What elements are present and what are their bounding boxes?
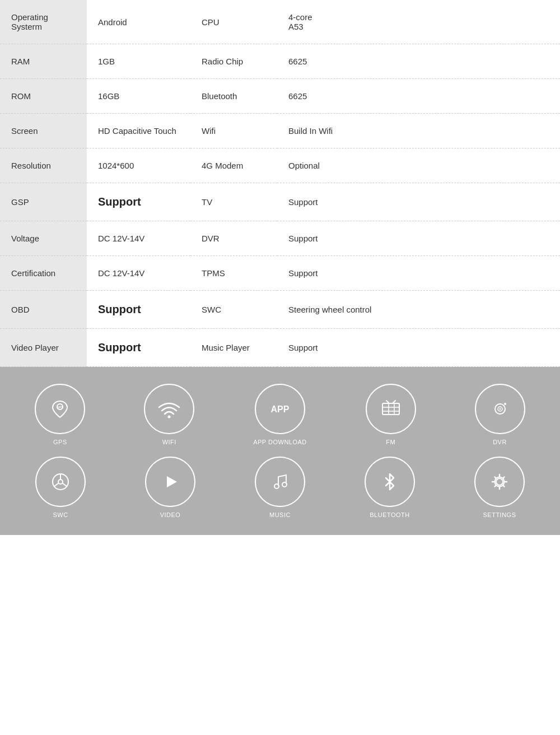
- svg-point-2: [168, 416, 171, 418]
- icon-item-dvr: DVR: [475, 384, 525, 445]
- svg-point-16: [58, 480, 63, 484]
- bluetooth-icon-circle: [365, 457, 415, 507]
- spec-right-value-2: 6625: [277, 79, 560, 114]
- spec-left-value-2: 16GB: [87, 79, 190, 114]
- play-icon-circle: [145, 457, 195, 507]
- spec-right-label-7: TPMS: [190, 256, 277, 291]
- settings-label: SETTINGS: [483, 511, 516, 518]
- spec-left-value-4: 1024*600: [87, 148, 190, 183]
- spec-left-value-3: HD Capacitive Touch: [87, 114, 190, 148]
- spec-left-value-9: Support: [87, 329, 190, 367]
- spec-right-label-6: DVR: [190, 221, 277, 256]
- spec-right-label-8: SWC: [190, 291, 277, 329]
- spec-right-label-5: TV: [190, 183, 277, 221]
- icon-item-settings: SETTINGS: [474, 457, 525, 518]
- spec-right-value-9: Support: [277, 329, 560, 367]
- spec-left-value-7: DC 12V-14V: [87, 256, 190, 291]
- gps-label: GPS: [53, 439, 67, 445]
- spec-right-label-1: Radio Chip: [190, 44, 277, 79]
- spec-left-label-4: Resolution: [0, 148, 87, 183]
- icon-row-1: GPS GPS WIFI APP A: [6, 384, 554, 445]
- fm-label: FM: [386, 439, 395, 445]
- svg-line-19: [63, 483, 67, 487]
- spec-right-value-0: 4-core A53: [277, 0, 560, 44]
- spec-left-value-6: DC 12V-14V: [87, 221, 190, 256]
- spec-left-label-9: Video Player: [0, 329, 87, 367]
- spec-right-value-6: Support: [277, 221, 560, 256]
- specs-table: Operating SystermAndroidCPU4-core A53RAM…: [0, 0, 560, 367]
- music-label: MUSIC: [269, 511, 291, 518]
- svg-point-21: [274, 484, 279, 489]
- dvr-label: DVR: [493, 439, 507, 445]
- spec-left-label-2: ROM: [0, 79, 87, 114]
- app-icon-circle: APP: [255, 384, 305, 434]
- spec-right-label-2: Bluetooth: [190, 79, 277, 114]
- gps-icon-circle: GPS: [35, 384, 85, 434]
- spec-right-value-8: Steering wheel control: [277, 291, 560, 329]
- spec-right-label-4: 4G Modem: [190, 148, 277, 183]
- svg-text:APP: APP: [271, 404, 290, 414]
- spec-left-value-0: Android: [87, 0, 190, 44]
- spec-right-label-3: Wifi: [190, 114, 277, 148]
- spec-left-label-3: Screen: [0, 114, 87, 148]
- svg-point-23: [496, 478, 503, 485]
- svg-point-22: [282, 482, 287, 487]
- spec-left-value-8: Support: [87, 291, 190, 329]
- svg-line-18: [54, 483, 59, 487]
- wifi-label: WIFI: [162, 439, 176, 445]
- spec-left-value-1: 1GB: [87, 44, 190, 79]
- spec-left-label-5: GSP: [0, 183, 87, 221]
- icon-item-play: VIDEO: [145, 457, 195, 518]
- icon-item-wifi: WIFI: [144, 384, 194, 445]
- music-icon-circle: [255, 457, 305, 507]
- svg-text:GPS: GPS: [57, 406, 64, 409]
- spec-left-value-5: Support: [87, 183, 190, 221]
- svg-marker-20: [167, 476, 177, 487]
- spec-left-label-1: RAM: [0, 44, 87, 79]
- app-label: APP DOWNLOAD: [253, 439, 307, 445]
- icon-row-2: SWC VIDEO MUSIC: [6, 457, 554, 518]
- spec-right-value-1: 6625: [277, 44, 560, 79]
- spec-right-value-4: Optional: [277, 148, 560, 183]
- play-label: VIDEO: [160, 511, 181, 518]
- spec-left-label-8: OBD: [0, 291, 87, 329]
- spec-left-label-7: Certification: [0, 256, 87, 291]
- svg-point-13: [499, 408, 501, 410]
- spec-right-value-5: Support: [277, 183, 560, 221]
- icon-item-gps: GPS GPS: [35, 384, 85, 445]
- icon-item-steering: SWC: [35, 457, 86, 518]
- spec-right-value-3: Build In Wifi: [277, 114, 560, 148]
- spec-right-value-7: Support: [277, 256, 560, 291]
- settings-icon-circle: [474, 457, 525, 507]
- icon-item-music: MUSIC: [255, 457, 305, 518]
- bottom-section: GPS GPS WIFI APP A: [0, 367, 560, 535]
- icon-item-app: APP APP DOWNLOAD: [253, 384, 307, 445]
- dvr-icon-circle: [475, 384, 525, 434]
- steering-label: SWC: [53, 511, 68, 518]
- icon-item-bluetooth: BLUETOOTH: [365, 457, 415, 518]
- steering-icon-circle: [35, 457, 86, 507]
- icon-item-fm: FM: [366, 384, 416, 445]
- bluetooth-label: BLUETOOTH: [370, 511, 410, 518]
- wifi-icon-circle: [144, 384, 194, 434]
- fm-icon-circle: [366, 384, 416, 434]
- svg-point-14: [504, 403, 506, 405]
- svg-rect-4: [382, 403, 399, 415]
- spec-left-label-0: Operating Systerm: [0, 0, 87, 44]
- spec-right-label-9: Music Player: [190, 329, 277, 367]
- spec-right-label-0: CPU: [190, 0, 277, 44]
- spec-left-label-6: Voltage: [0, 221, 87, 256]
